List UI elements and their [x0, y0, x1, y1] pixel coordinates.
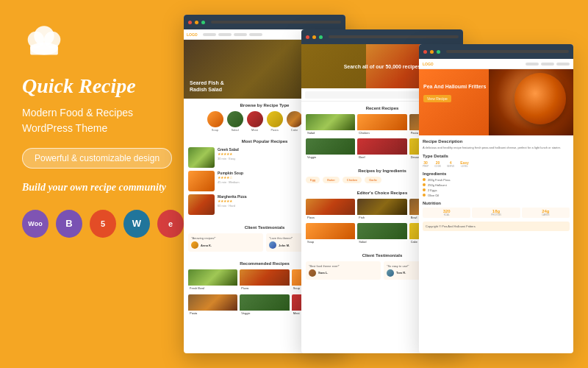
- ss3-type-1: 30 PREP: [423, 160, 429, 168]
- ss3-type-4: Easy LEVEL: [460, 160, 469, 168]
- ss3-detail-hero: Pea And Halloumi Fritters View Recipe: [419, 69, 573, 135]
- ss3-dot-green: [437, 50, 440, 54]
- ss3-header: [419, 44, 573, 59]
- ss3-type-label-1: PREP: [423, 165, 429, 168]
- rec-img-1: [188, 269, 237, 286]
- ss3-type-2: 20 COOK: [434, 160, 441, 168]
- left-panel: Quick Recipe Modern Food & Recipes WordP…: [22, 22, 184, 238]
- ss-logo-text: LOGO: [187, 32, 198, 37]
- recipe-img-2: [188, 171, 215, 191]
- ss2-rec-label-2: Chicken: [357, 130, 406, 136]
- ss2-avatar-1: [309, 269, 316, 277]
- rec-label-5: Veggie: [240, 311, 289, 316]
- ss3-dot-yellow: [430, 50, 434, 54]
- rec-card-5: Veggie: [240, 294, 289, 316]
- rec-label-1: Fresh Bowl: [188, 286, 237, 291]
- rec-card-4: Pasta: [188, 294, 237, 316]
- ingredient-dot-3: [423, 188, 426, 191]
- rec-img-4: [188, 294, 237, 311]
- tag-2: Butter: [323, 177, 340, 183]
- avatar-2: [269, 241, 276, 249]
- author-name-2: John M.: [279, 244, 290, 247]
- ss2-address-bar: [329, 35, 459, 38]
- wordpress-logo: W: [123, 210, 150, 238]
- brand-subtitle: Modern Food & Recipes WordPress Theme: [22, 105, 184, 136]
- ss2-rec-label-4: Veggie: [306, 155, 355, 160]
- ss2-ed-1: Pizza: [306, 199, 355, 221]
- type-label-4: Pasta: [266, 128, 284, 132]
- type-img-4: [267, 111, 283, 127]
- screenshots-area: LOGO Seared Fish & Radish Salad Browse b…: [162, 0, 588, 368]
- nav-item-2: [218, 33, 232, 36]
- ss2-hero-text: Search all of our 50,000 recipes: [337, 64, 429, 69]
- type-item-4: Pasta: [266, 111, 284, 132]
- ss2-rec-img-2: [357, 114, 406, 130]
- ss3-detail-title: Pea And Halloumi Fritters: [423, 84, 486, 90]
- nutrition-calories-label: KCAL: [424, 213, 469, 216]
- ss2-rec-img-4: [306, 138, 355, 155]
- type-item-1: Soup: [207, 111, 224, 132]
- ss2-dot-yellow: [312, 35, 316, 39]
- ss3-description-section: Recipe Description A delicious and healt…: [423, 139, 570, 150]
- ss3-type-section: Type Details 30 PREP 20 COOK 4 SERVE: [423, 154, 570, 168]
- community-tagline: Build your own recipe community: [22, 182, 184, 194]
- type-label-3: Meat: [246, 128, 264, 132]
- ss2-rec-label-1: Salad: [306, 130, 355, 136]
- ss3-comment-section: Copyright © Pea And Halloumi Fritters: [423, 222, 570, 231]
- ss3-nav-1: [526, 63, 539, 66]
- rec-img-2: [240, 269, 289, 286]
- author-name-1: Anna K.: [201, 244, 212, 247]
- ss2-author-name-2: Tom R.: [396, 271, 406, 275]
- ss2-ed-img-2: [357, 199, 406, 215]
- badge-button[interactable]: Powerful & customizable design: [22, 148, 172, 169]
- ss3-view-btn[interactable]: View Recipe: [423, 95, 451, 102]
- tag-1: Egg: [306, 177, 320, 183]
- type-img-5: [287, 111, 303, 127]
- ss3-ingredients-section: Ingredients 200g Fresh Peas 250g Halloum…: [423, 171, 570, 197]
- address-bar: [211, 21, 341, 24]
- ss3-comment-text-1: Copyright © Pea And Halloumi Fritters: [426, 224, 567, 228]
- type-img-2: [227, 111, 243, 127]
- avatar-1: [191, 241, 198, 249]
- recipe-img-3: [188, 194, 215, 215]
- ss2-rec-1: Salad: [306, 114, 355, 136]
- type-img-1: [207, 111, 223, 127]
- type-item-3: Meat: [246, 111, 264, 132]
- ss2-dot-red: [306, 35, 309, 39]
- brand-logo: [22, 22, 184, 66]
- ss3-detail-header: LOGO: [419, 59, 573, 69]
- ss2-rec-5: Beef: [357, 138, 406, 160]
- nav-item-1: [203, 33, 216, 36]
- ss3-comment-1: Copyright © Pea And Halloumi Fritters: [423, 222, 570, 231]
- ss2-author-name-1: Sara L.: [318, 271, 328, 275]
- ingredient-text-1: 200g Fresh Peas: [428, 178, 450, 182]
- nutrition-protein: 18g PROTEIN: [472, 208, 520, 218]
- ss3-ingredient-4: Olive Oil: [423, 194, 570, 197]
- ingredient-text-3: 2 Eggs: [428, 188, 437, 192]
- ss3-nutrition-section: Nutrition 320 KCAL 18g PROTEIN 24g CARBS: [423, 201, 570, 218]
- svg-rect-5: [30, 45, 58, 48]
- ss3-nav-2: [541, 63, 554, 66]
- dot-red: [188, 21, 192, 24]
- ss3-type-label-3: SERVE: [447, 165, 454, 168]
- ss3-plate-circle: [514, 73, 566, 124]
- ss3-detail-content: Recipe Description A delicious and healt…: [419, 135, 573, 238]
- ss3-address-bar: [446, 50, 569, 53]
- dot-green: [201, 21, 205, 24]
- html5-logo: 5: [90, 210, 116, 238]
- brand-title-block: Quick Recipe: [22, 75, 184, 98]
- type-img-3: [247, 111, 263, 127]
- ss2-ed-4: Soup: [306, 223, 355, 245]
- quote-1: "Amazing recipes!": [191, 236, 260, 240]
- rec-label-2: Pizza: [240, 286, 289, 291]
- ss2-ed-img-4: [306, 223, 355, 239]
- ss3-type-label-2: COOK: [434, 165, 441, 168]
- ingredient-dot-1: [423, 178, 426, 181]
- ss3-type-val-4: Easy: [460, 160, 469, 165]
- ss3-nav-3: [556, 63, 570, 66]
- ss2-ed-label-5: Salad: [357, 239, 406, 245]
- screenshot-third: LOGO Pea And Halloumi Fritters View Reci…: [419, 44, 573, 353]
- rec-card-1: Fresh Bowl: [188, 269, 237, 291]
- nutrition-calories: 320 KCAL: [423, 208, 470, 218]
- ss3-ingredients-heading: Ingredients: [423, 171, 570, 176]
